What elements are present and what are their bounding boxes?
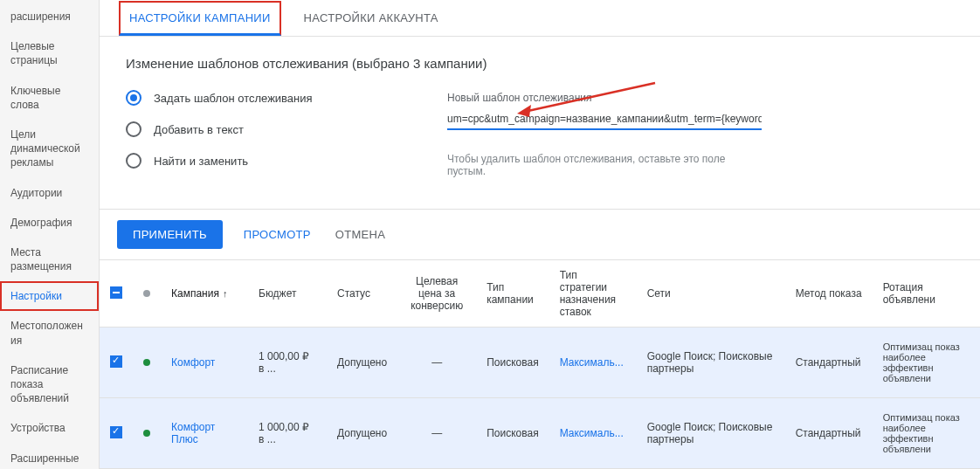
cell-target-cpa: —: [397, 328, 476, 398]
radio-label: Добавить в текст: [154, 123, 244, 136]
col-camp-type[interactable]: Тип кампании: [476, 260, 549, 328]
panel-title: Изменение шаблонов отслеживания (выбрано…: [126, 56, 954, 71]
cell-delivery: Стандартный: [785, 398, 873, 469]
apply-button[interactable]: ПРИМЕНИТЬ: [117, 220, 223, 249]
cell-budget: 1 000,00 ₽ в ...: [248, 398, 327, 469]
tabs-row: НАСТРОЙКИ КАМПАНИИ НАСТРОЙКИ АККАУНТА: [100, 0, 980, 37]
campaigns-table: Кампания↑ Бюджет Статус Целевая цена за …: [100, 259, 980, 469]
status-enabled-icon: [143, 359, 150, 366]
sort-asc-icon: ↑: [223, 288, 228, 299]
cell-target-cpa: —: [397, 398, 476, 469]
sidebar-item-devices[interactable]: Устройства: [0, 413, 99, 443]
action-bar: ПРИМЕНИТЬ ПРОСМОТР ОТМЕНА: [100, 209, 980, 259]
cancel-button[interactable]: ОТМЕНА: [332, 220, 389, 249]
radio-icon: [126, 121, 141, 137]
cell-status: Допущено: [327, 398, 397, 469]
radio-icon: [126, 153, 141, 169]
sidebar-item-demographics[interactable]: Демография: [0, 208, 99, 238]
preview-button[interactable]: ПРОСМОТР: [240, 220, 314, 249]
sidebar-item-settings[interactable]: Настройки: [0, 281, 99, 311]
table-row[interactable]: Комфорт 1 000,00 ₽ в ... Допущено — Поис…: [100, 328, 980, 398]
sidebar-item-locations[interactable]: Местоположения: [0, 311, 99, 355]
sidebar-item-advanced-bid-adj[interactable]: Расширенные корректировки: [0, 444, 99, 469]
sidebar: расширения Целевые страницы Ключевые сло…: [0, 0, 100, 469]
radio-label: Задать шаблон отслеживания: [154, 92, 313, 105]
col-networks[interactable]: Сети: [637, 260, 785, 328]
status-enabled-icon: [143, 430, 150, 437]
template-field-area: Новый шаблон отслеживания Чтобы удалить …: [447, 92, 762, 177]
sidebar-item-extensions[interactable]: расширения: [0, 2, 99, 31]
cell-bid-strategy[interactable]: Максималь...: [560, 427, 624, 439]
campaign-link[interactable]: Комфорт: [171, 356, 215, 369]
col-delivery[interactable]: Метод показа: [785, 260, 873, 328]
col-campaign[interactable]: Кампания: [171, 287, 219, 300]
cell-networks: Google Поиск; Поисковые партнеры: [637, 398, 785, 469]
cell-budget: 1 000,00 ₽ в ...: [248, 328, 327, 398]
col-target-cpa[interactable]: Целевая цена за конверсию: [397, 260, 476, 328]
cell-networks: Google Поиск; Поисковые партнеры: [637, 328, 785, 398]
col-bid-strategy[interactable]: Тип стратегии назначения ставок: [549, 260, 637, 328]
cell-rotation: Оптимизац показ наиболее эффективн объяв…: [873, 328, 980, 398]
header-checkbox[interactable]: [110, 286, 122, 299]
col-status[interactable]: Статус: [327, 260, 397, 328]
sidebar-item-placements[interactable]: Места размещения: [0, 238, 99, 281]
row-checkbox[interactable]: [110, 355, 122, 368]
campaign-link[interactable]: Комфорт Плюс: [171, 421, 215, 445]
template-hint: Чтобы удалить шаблон отслеживания, остав…: [447, 153, 762, 177]
tab-campaign-settings[interactable]: НАСТРОЙКИ КАМПАНИИ: [119, 1, 281, 36]
cell-bid-strategy[interactable]: Максималь...: [560, 356, 624, 369]
status-dot-icon: [143, 290, 150, 297]
cell-delivery: Стандартный: [785, 328, 873, 398]
sidebar-item-landing-pages[interactable]: Целевые страницы: [0, 31, 99, 75]
template-field-label: Новый шаблон отслеживания: [447, 92, 762, 104]
cell-camp-type: Поисковая: [476, 328, 549, 398]
tab-account-settings[interactable]: НАСТРОЙКИ АККАУНТА: [297, 0, 445, 36]
radio-label: Найти и заменить: [154, 155, 248, 168]
radio-icon: [126, 90, 141, 106]
template-input[interactable]: [447, 109, 762, 130]
sidebar-item-dynamic-ad-targets[interactable]: Цели динамической рекламы: [0, 120, 99, 178]
cell-camp-type: Поисковая: [476, 398, 549, 469]
col-budget[interactable]: Бюджет: [248, 260, 327, 328]
cell-status: Допущено: [327, 328, 397, 398]
table-row[interactable]: Комфорт Плюс 1 000,00 ₽ в ... Допущено —…: [100, 398, 980, 469]
row-checkbox[interactable]: [110, 426, 122, 438]
sidebar-item-ad-schedule[interactable]: Расписание показа объявлений: [0, 355, 99, 414]
sidebar-item-audiences[interactable]: Аудитории: [0, 178, 99, 208]
sidebar-item-keywords[interactable]: Ключевые слова: [0, 76, 99, 120]
cell-rotation: Оптимизац показ наиболее эффективн объяв…: [873, 398, 980, 469]
col-rotation[interactable]: Ротация объявлени: [873, 260, 980, 328]
